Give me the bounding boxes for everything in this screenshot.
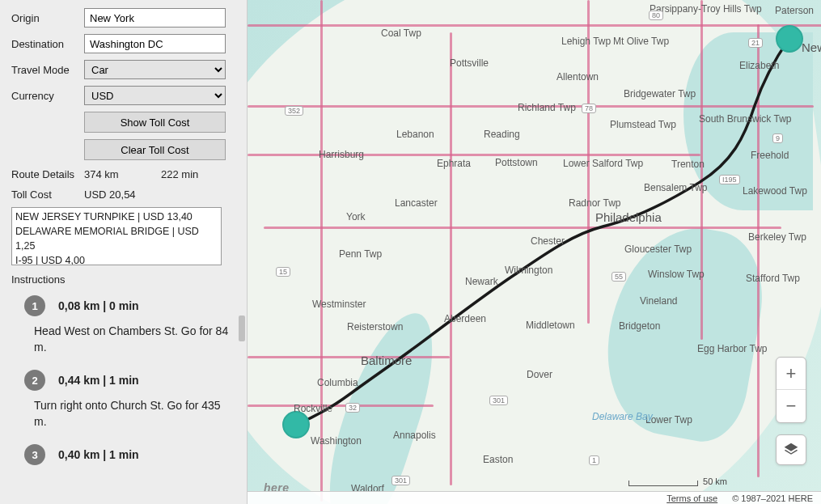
road [587,0,590,324]
instructions-list[interactable]: 1 0,08 km | 0 min Head West on Chambers … [11,295,235,473]
clear-toll-row: Clear Toll Cost [11,139,235,160]
destination-row: Destination [11,34,235,53]
terms-link[interactable]: Terms of use [667,493,717,503]
instructions-label: Instructions [11,273,235,286]
road [248,24,821,27]
route-shield: 21 [748,38,763,48]
step-body: Turn straight onto Avenue of the [11,472,231,473]
toll-item: I-95 | USD 4,00 [15,253,218,265]
route-shield: 32 [345,403,360,413]
step-title: 0,44 km | 1 min [58,374,139,387]
road [700,0,703,340]
road [757,24,760,477]
control-panel: Origin Destination Travel Mode Car Curre… [0,0,247,504]
ocean [683,32,813,210]
scale-label: 50 km [703,476,727,486]
travel-mode-select[interactable]: Car [84,60,226,79]
layers-button[interactable] [776,434,806,465]
route-shield: 55 [612,272,626,282]
app-root: Origin Destination Travel Mode Car Curre… [0,0,821,504]
route-shield: 80 [649,11,663,20]
route-shield: 301 [391,476,410,485]
road [248,404,434,407]
copyright-text: © 1987–2021 HERE [732,493,813,503]
zoom-out-button[interactable]: − [777,390,806,422]
road [264,227,781,229]
currency-row: Currency USD [11,86,235,105]
step-title: 0,08 km | 0 min [58,299,139,312]
destination-marker[interactable] [282,411,310,438]
route-shield: 78 [582,104,596,113]
step-body: Head West on Chambers St. Go for 84 m. [11,323,231,355]
step-number: 3 [24,444,45,465]
route-duration: 222 min [161,168,198,180]
instruction-step: 3 0,40 km | 1 min Turn straight onto Ave… [11,444,231,473]
toll-label: Toll Cost [11,188,84,201]
route-details-label: Route Details [11,168,84,180]
city-label: Paterson [775,5,814,16]
layers-icon [783,442,799,458]
road [248,154,700,156]
panel-scrollbar[interactable] [239,316,245,341]
instruction-step: 1 0,08 km | 0 min Head West on Chambers … [11,295,231,355]
currency-label: Currency [11,90,84,102]
map-canvas[interactable]: New York Philadelphia Baltimore Washingt… [247,0,821,504]
map-footer: Terms of use © 1987–2021 HERE [248,491,821,504]
origin-input[interactable] [84,8,226,28]
travel-mode-label: Travel Mode [11,64,84,76]
zoom-in-button[interactable]: + [777,358,806,390]
road [320,0,323,502]
route-shield: I195 [719,175,740,184]
route-shield: 352 [285,106,303,116]
origin-marker[interactable] [776,25,803,53]
origin-label: Origin [11,12,84,24]
road [248,105,814,108]
toll-breakdown-list[interactable]: NEW JERSEY TURNPIKE | USD 13,40 DELAWARE… [11,207,222,265]
route-distance: 374 km [84,168,161,180]
instruction-step: 2 0,44 km | 1 min Turn right onto Church… [11,370,231,430]
origin-row: Origin [11,8,235,28]
zoom-control: + − [776,357,806,423]
step-number: 1 [24,295,45,316]
step-body: Turn right onto Church St. Go for 435 m. [11,397,231,430]
clear-toll-button[interactable]: Clear Toll Cost [84,139,226,160]
toll-total: USD 20,54 [84,188,136,201]
travel-mode-row: Travel Mode Car [11,60,235,79]
show-toll-button[interactable]: Show Toll Cost [84,112,226,133]
route-shield: 1 [589,455,599,465]
route-details-row: Route Details 374 km 222 min [11,168,235,180]
road [248,356,450,358]
toll-item: DELAWARE MEMORIAL BRIDGE | USD 1,25 [15,224,218,253]
road [450,32,452,485]
step-title: 0,40 km | 1 min [58,448,139,461]
destination-label: Destination [11,38,84,50]
currency-select[interactable]: USD [84,86,226,105]
destination-input[interactable] [84,34,226,53]
toll-total-row: Toll Cost USD 20,54 [11,188,235,201]
route-shield: 9 [772,133,783,143]
route-shield: 301 [489,396,508,405]
scale-bar: 50 km [628,476,727,486]
show-toll-row: Show Toll Cost [11,112,235,133]
step-number: 2 [24,370,45,391]
route-shield: 15 [276,267,290,277]
toll-item: NEW JERSEY TURNPIKE | USD 13,40 [15,210,218,224]
